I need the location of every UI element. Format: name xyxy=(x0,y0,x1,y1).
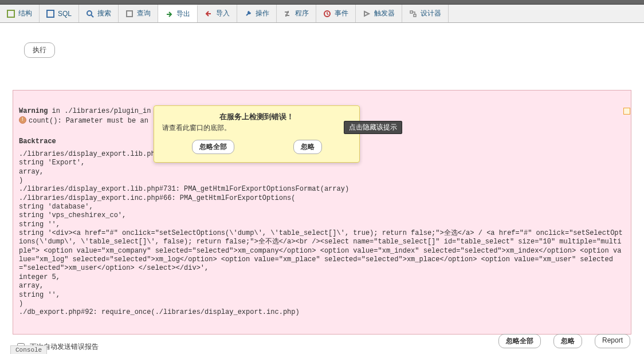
tab-query[interactable]: 查询 xyxy=(119,5,158,22)
tab-routines[interactable]: 程序 xyxy=(277,5,316,22)
import-icon xyxy=(205,10,213,18)
query-icon xyxy=(125,10,133,18)
svg-point-2 xyxy=(87,11,92,15)
svg-rect-0 xyxy=(7,10,14,17)
tab-label: 导入 xyxy=(216,9,230,18)
tab-import[interactable]: 导入 xyxy=(198,5,237,22)
console-tab[interactable]: Console xyxy=(10,345,47,354)
hide-tip-button[interactable]: 点击隐藏该提示 xyxy=(344,121,402,134)
svg-rect-6 xyxy=(410,11,413,13)
tab-label: 程序 xyxy=(295,9,309,18)
warning-label: Warning xyxy=(19,107,48,115)
footer-buttons: 忽略全部 忽略 Report xyxy=(498,334,630,348)
ignore-button-modal[interactable]: 忽略 xyxy=(293,140,322,154)
tab-label: 触发器 xyxy=(374,9,395,18)
sql-icon xyxy=(46,10,54,18)
tab-label: 搜索 xyxy=(97,9,111,18)
structure-icon xyxy=(7,10,15,18)
tab-label: 查询 xyxy=(137,9,151,18)
ignore-button-footer[interactable]: 忽略 xyxy=(553,334,582,348)
tab-label: 结构 xyxy=(18,9,32,18)
tab-export[interactable]: 导出 xyxy=(158,5,198,22)
tab-label: 设计器 xyxy=(421,9,441,18)
tab-operations[interactable]: 操作 xyxy=(237,5,277,22)
content-area: 执行 Warning in ./libraries/plugin_in coun… xyxy=(0,23,644,354)
designer-icon xyxy=(409,10,417,18)
tab-label: SQL xyxy=(58,10,72,18)
tab-label: 事件 xyxy=(335,9,348,18)
ignore-all-button-footer[interactable]: 忽略全部 xyxy=(498,334,541,348)
tab-search[interactable]: 搜索 xyxy=(79,5,119,22)
modal-title: 在服务上检测到错误！ xyxy=(162,112,351,122)
tab-designer[interactable]: 设计器 xyxy=(402,5,449,22)
run-button[interactable]: 执行 xyxy=(24,42,55,58)
tab-structure[interactable]: 结构 xyxy=(0,5,40,22)
backtrace-body: ./libraries/display_export.lib.ph string… xyxy=(19,150,623,316)
main-tabs: 结构 SQL 搜索 查询 导出 导入 操作 程序 事件 触发器 设计器 xyxy=(0,5,644,23)
wrench-icon xyxy=(244,10,252,18)
svg-rect-4 xyxy=(127,11,132,17)
svg-rect-7 xyxy=(414,14,416,17)
window-titlebar xyxy=(0,0,644,5)
error-modal: 在服务上检测到错误！ 请查看此窗口的底部。 忽略全部 忽略 xyxy=(154,105,360,163)
count-line: count(): Parameter must be an xyxy=(29,117,148,125)
svg-line-3 xyxy=(91,15,93,17)
clock-icon xyxy=(323,10,331,18)
tab-sql[interactable]: SQL xyxy=(40,5,79,22)
export-icon xyxy=(165,10,173,18)
svg-rect-1 xyxy=(47,10,54,17)
triggers-icon xyxy=(363,10,371,18)
tab-label: 导出 xyxy=(176,9,190,19)
tab-triggers[interactable]: 触发器 xyxy=(356,5,402,22)
report-button[interactable]: Report xyxy=(595,334,630,348)
error-icon xyxy=(19,116,26,124)
tab-label: 操作 xyxy=(256,9,269,18)
collapse-icon[interactable] xyxy=(623,108,630,115)
routines-icon xyxy=(284,10,292,18)
search-icon xyxy=(86,10,94,18)
modal-subtitle: 请查看此窗口的底部。 xyxy=(162,123,351,133)
tab-events[interactable]: 事件 xyxy=(316,5,356,22)
warning-tail: in ./libraries/plugin_in xyxy=(48,107,151,115)
ignore-all-button-modal[interactable]: 忽略全部 xyxy=(192,140,234,154)
